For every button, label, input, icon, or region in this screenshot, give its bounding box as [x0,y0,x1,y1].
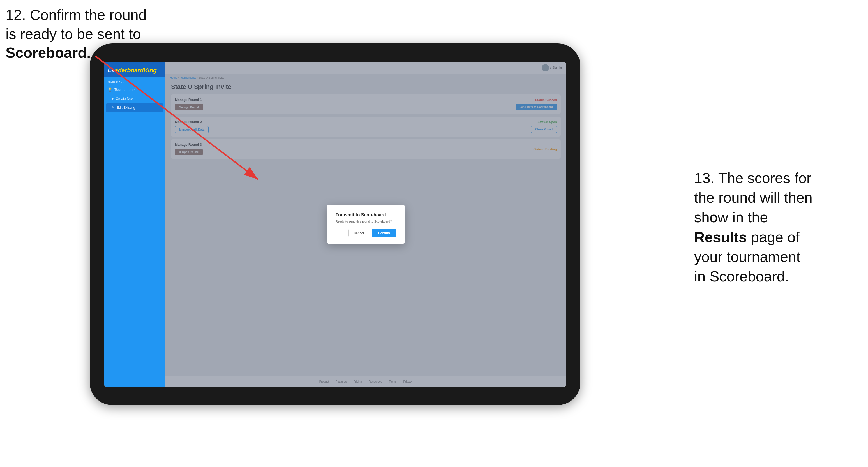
modal-box: Transmit to Scoreboard Ready to send thi… [327,205,405,244]
sidebar-item-tournaments[interactable]: 🏆 Tournaments [104,85,165,94]
logo-part2: aderboard [115,67,144,74]
annotation-right: 13. The scores for the round will then s… [694,168,862,286]
modal-title: Transmit to Scoreboard [336,213,396,218]
main-content: ↳ Sign In Home › Tournaments › State U S… [165,62,566,387]
annotation-right-line6: in Scoreboard. [694,268,789,284]
annotation-right-line1: 13. The scores for [694,170,811,186]
annotation-line2: is ready to be sent to [6,26,141,42]
logo-part3: King [144,67,157,74]
create-new-label: Create New [116,97,133,101]
tablet-screen: LeaderboardKing MAIN MENU 🏆 Tournaments … [104,62,566,387]
annotation-line1: 12. Confirm the round [6,7,147,23]
logo: LeaderboardKing [108,67,161,74]
annotation-right-line4: page of [751,229,800,245]
edit-icon: ✎ [112,106,114,110]
annotation-right-line5: your tournament [694,249,800,265]
sidebar-logo: LeaderboardKing [104,62,165,77]
sidebar-item-tournaments-label: Tournaments [114,88,135,92]
annotation-right-line2: the round will then [694,189,812,206]
app-layout: LeaderboardKing MAIN MENU 🏆 Tournaments … [104,62,566,387]
modal-buttons: Cancel Confirm [336,229,396,237]
trophy-icon: 🏆 [108,88,112,92]
annotation-bold: Scoreboard. [6,44,91,61]
sidebar-item-create-new[interactable]: + Create New [104,94,165,103]
modal-confirm-button[interactable]: Confirm [372,229,396,237]
sidebar-item-edit-existing[interactable]: ✎ Edit Existing [106,103,163,112]
tablet-frame: LeaderboardKing MAIN MENU 🏆 Tournaments … [90,43,580,405]
main-menu-label: MAIN MENU [104,77,165,85]
annotation-right-bold: Results [694,229,747,245]
modal-subtitle: Ready to send this round to Scoreboard? [336,220,396,223]
sidebar: LeaderboardKing MAIN MENU 🏆 Tournaments … [104,62,165,387]
modal-overlay: Transmit to Scoreboard Ready to send thi… [165,62,566,387]
modal-cancel-button[interactable]: Cancel [348,229,369,237]
edit-existing-label: Edit Existing [117,106,135,110]
modal-confirm-label: Confirm [378,231,390,235]
plus-icon: + [112,97,114,101]
logo-part1: Le [108,67,115,74]
annotation-right-line3: show in the [694,209,768,225]
modal-cancel-label: Cancel [354,231,364,235]
